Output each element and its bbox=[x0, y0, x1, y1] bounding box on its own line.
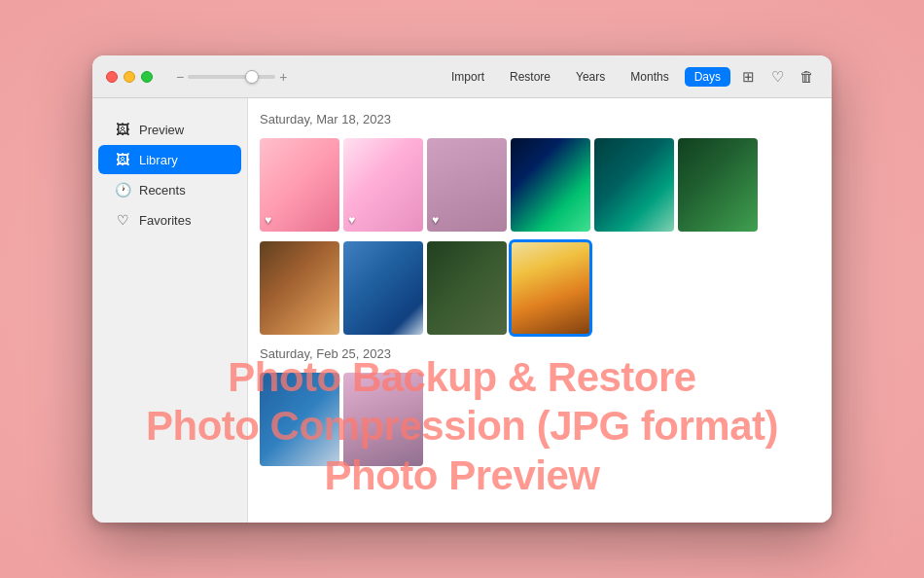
favorites-icon: ♡ bbox=[114, 212, 131, 228]
close-button[interactable] bbox=[106, 71, 118, 83]
heart-badge-3: ♥ bbox=[432, 213, 439, 227]
sidebar-item-preview[interactable]: 🖼 Preview bbox=[98, 115, 241, 144]
date-header-3: Saturday, Feb 25, 2023 bbox=[260, 344, 820, 363]
slider-track[interactable] bbox=[188, 75, 275, 79]
import-button[interactable]: Import bbox=[442, 67, 494, 87]
photo-thumb-2[interactable]: ♥ bbox=[343, 138, 423, 232]
sidebar-item-preview-label: Preview bbox=[139, 123, 184, 137]
photo-thumb-1[interactable]: ♥ bbox=[260, 138, 339, 232]
date-header-1: Saturday, Mar 18, 2023 bbox=[260, 110, 820, 128]
photo-thumb-7[interactable] bbox=[260, 241, 339, 335]
main-content[interactable]: Saturday, Mar 18, 2023 ♥ ♥ ♥ bbox=[248, 98, 832, 523]
photo-thumb-9[interactable] bbox=[427, 241, 507, 335]
sidebar: 🖼 Preview 🖼 Library 🕐 Recents ♡ Favorite… bbox=[92, 98, 248, 523]
photo-thumb-12[interactable] bbox=[343, 373, 423, 466]
photo-thumb-5[interactable] bbox=[594, 138, 674, 232]
library-icon: 🖼 bbox=[114, 152, 131, 167]
sidebar-item-recents-label: Recents bbox=[139, 183, 186, 198]
sidebar-item-recents[interactable]: 🕐 Recents bbox=[98, 175, 241, 204]
years-button[interactable]: Years bbox=[566, 67, 615, 87]
sidebar-item-library[interactable]: 🖼 Library bbox=[98, 145, 241, 174]
photo-thumb-6[interactable] bbox=[678, 138, 758, 232]
slider-thumb[interactable] bbox=[245, 70, 259, 84]
heart-icon[interactable]: ♡ bbox=[765, 65, 789, 89]
days-button[interactable]: Days bbox=[685, 67, 730, 87]
restore-button[interactable]: Restore bbox=[500, 67, 560, 87]
slider-plus-icon[interactable]: + bbox=[279, 69, 287, 85]
slider-minus-icon[interactable]: − bbox=[176, 69, 184, 85]
title-bar: − + Import Restore Years Months Days ⊞ ♡… bbox=[92, 55, 832, 98]
zoom-slider[interactable]: − + bbox=[176, 69, 287, 85]
months-button[interactable]: Months bbox=[621, 67, 678, 87]
window-body: 🖼 Preview 🖼 Library 🕐 Recents ♡ Favorite… bbox=[92, 98, 832, 523]
mac-window: − + Import Restore Years Months Days ⊞ ♡… bbox=[92, 55, 832, 523]
sidebar-item-library-label: Library bbox=[139, 153, 178, 167]
sidebar-item-favorites[interactable]: ♡ Favorites bbox=[98, 205, 241, 235]
photo-grid-2 bbox=[260, 241, 820, 335]
heart-badge-1: ♥ bbox=[265, 213, 271, 227]
photo-grid-3 bbox=[260, 373, 820, 466]
sidebar-item-favorites-label: Favorites bbox=[139, 213, 191, 228]
photo-thumb-3[interactable]: ♥ bbox=[427, 138, 507, 232]
photo-thumb-10[interactable] bbox=[511, 241, 590, 335]
grid-icon[interactable]: ⊞ bbox=[736, 65, 760, 89]
photo-thumb-8[interactable] bbox=[343, 241, 423, 335]
minimize-button[interactable] bbox=[124, 71, 135, 83]
title-bar-controls: − + bbox=[176, 69, 287, 85]
heart-badge-2: ♥ bbox=[348, 213, 355, 227]
trash-icon[interactable]: 🗑 bbox=[795, 65, 818, 89]
recents-icon: 🕐 bbox=[114, 182, 131, 198]
photo-thumb-4[interactable] bbox=[511, 138, 590, 232]
photo-thumb-11[interactable] bbox=[260, 373, 339, 466]
photo-grid-1: ♥ ♥ ♥ bbox=[260, 138, 820, 232]
maximize-button[interactable] bbox=[141, 71, 153, 83]
title-bar-right: Import Restore Years Months Days ⊞ ♡ 🗑 bbox=[442, 65, 818, 89]
preview-icon: 🖼 bbox=[114, 122, 131, 137]
traffic-lights bbox=[106, 71, 153, 83]
